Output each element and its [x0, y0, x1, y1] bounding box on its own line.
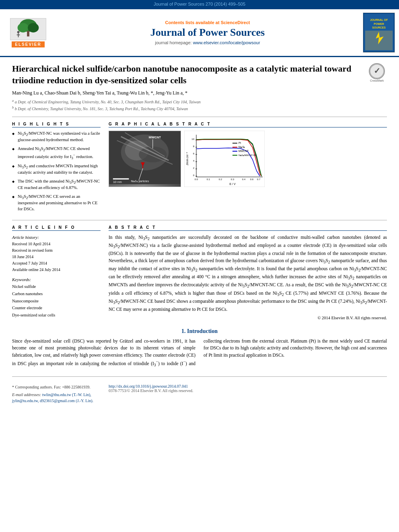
- svg-rect-62: [232, 155, 237, 156]
- email-label: E-mail addresses:: [12, 392, 41, 397]
- footer-right: http://dx.doi.org/10.1016/j.jpowsour.201…: [109, 384, 387, 393]
- svg-text:POWER: POWER: [374, 23, 384, 25]
- article-info-column: A R T I C L E I N F O Article history: R…: [12, 225, 101, 320]
- article-body: Hierarchical nickel sulfide/carbon nanot…: [0, 57, 399, 411]
- svg-point-3: [28, 23, 39, 32]
- article-title-section: Hierarchical nickel sulfide/carbon nanot…: [12, 63, 387, 86]
- abstract-column: A B S T R A C T In this study, Ni3S2 nan…: [109, 225, 387, 320]
- journal-center: Contents lists available at ScienceDirec…: [56, 20, 359, 45]
- journal-homepage: journal homepage: www.elsevier.com/locat…: [56, 40, 359, 45]
- svg-text:10: 10: [191, 138, 194, 140]
- svg-rect-56: [232, 143, 237, 144]
- article-title: Hierarchical nickel sulfide/carbon nanot…: [12, 63, 361, 86]
- svg-text:J/mA cm⁻²: J/mA cm⁻²: [186, 152, 189, 166]
- received-revised-label: Received in revised form: [12, 247, 101, 254]
- journal-cover-image: JOURNAL OF POWER SOURCES: [363, 12, 395, 53]
- svg-text:0.1: 0.1: [207, 178, 210, 181]
- introduction-heading: 1. Introduction: [12, 328, 387, 335]
- svg-point-5: [17, 31, 20, 33]
- svg-text:E / V: E / V: [229, 183, 236, 185]
- svg-text:JOURNAL OF: JOURNAL OF: [370, 18, 388, 21]
- crossmark-logo[interactable]: ✓ CrossMark: [367, 63, 387, 82]
- keywords-list: Nickel sulfide Carbon nanotubes Nanocomp…: [12, 283, 101, 319]
- svg-rect-26: [113, 178, 129, 179]
- svg-text:0.2: 0.2: [219, 178, 222, 181]
- keyword-3: Nanocomposite: [12, 298, 101, 305]
- introduction-section: 1. Introduction Since dye-sensitized sol…: [12, 328, 387, 368]
- journal-reference-text: Journal of Power Sources 270 (2014) 499–…: [154, 2, 245, 6]
- elsevier-brand-text: ELSEVIER: [12, 41, 44, 47]
- svg-rect-4: [27, 31, 29, 36]
- svg-text:10 nm: 10 nm: [113, 180, 122, 184]
- corresponding-note: * Corresponding authors. Fax: +886 22586…: [12, 384, 101, 390]
- svg-text:0.7: 0.7: [257, 178, 261, 181]
- jv-chart: J/mA cm⁻² E / V 0 2 4 6 8 10: [184, 131, 265, 187]
- svg-rect-60: [232, 151, 237, 152]
- svg-text:0.3: 0.3: [231, 178, 234, 181]
- svg-text:0.6: 0.6: [250, 178, 254, 181]
- abstract-label: A B S T R A C T: [109, 225, 387, 231]
- highlights-label: H I G H L I G H T S: [12, 122, 101, 127]
- highlight-item-4: The DSC with the annealed Ni3S2/MWCNT-NC…: [12, 179, 101, 191]
- affiliation-b: b b Dept. of Chemistry, Tunghai Universi…: [12, 105, 387, 112]
- graphical-abstract-area: 10 nm MWCNT Ni₃S₂ particles: [109, 131, 387, 187]
- issn-text: 0378-7753/© 2014 Elsevier B.V. All right…: [109, 388, 387, 393]
- crossmark-text: CrossMark: [370, 79, 384, 82]
- keyword-4: Counter electrode: [12, 304, 101, 312]
- footer-left: * Corresponding authors. Fax: +886 22586…: [12, 384, 101, 405]
- journal-homepage-link[interactable]: www.elsevier.com/locate/jpowsour: [193, 40, 260, 45]
- email-line: E-mail addresses: twlin@thu.edu.tw (T.-W…: [12, 392, 101, 404]
- introduction-text: Since dye-sensitized solar cell (DSC) wa…: [12, 338, 387, 368]
- keywords-title: Keywords:: [12, 277, 101, 282]
- svg-point-2: [18, 23, 29, 32]
- keyword-5: Dye-sensitized solar cells: [12, 312, 101, 319]
- article-history: Article history: Received 10 April 2014 …: [12, 235, 101, 273]
- header-divider: [12, 117, 387, 117]
- affiliations: a a Dept. of Chemical Engineering, Tatun…: [12, 99, 387, 112]
- graphical-abstract-label: G R A P H I C A L A B S T R A C T: [109, 122, 387, 127]
- highlight-item-3: Ni3S2 and conductive MWCNTs imparted hig…: [12, 163, 101, 176]
- keyword-1: Nickel sulfide: [12, 283, 101, 290]
- science-direct-name[interactable]: ScienceDirect: [221, 20, 250, 25]
- highlights-list: Ni3S2/MWCNT-NC was synthesized via a fac…: [12, 131, 101, 212]
- highlight-item-1: Ni3S2/MWCNT-NC was synthesized via a fac…: [12, 131, 101, 143]
- doi-link[interactable]: http://dx.doi.org/10.1016/j.jpowsour.201…: [109, 384, 387, 388]
- elsevier-logo: ELSEVIER: [4, 18, 52, 47]
- abstract-text: In this study, Ni3S2 nanoparticles are s…: [109, 234, 387, 313]
- keyword-2: Carbon nanotubes: [12, 290, 101, 298]
- info-abstract-row: A R T I C L E I N F O Article history: R…: [12, 225, 387, 320]
- authors-text: Man-Ning Lu a, Chao-Shuan Dai b, Sheng-Y…: [12, 90, 187, 96]
- svg-text:0.4: 0.4: [242, 178, 246, 181]
- journal-reference-bar: Journal of Power Sources 270 (2014) 499–…: [0, 0, 399, 8]
- received-revised-date: 18 June 2014: [12, 254, 101, 260]
- abstract-copyright: © 2014 Elsevier B.V. All rights reserved…: [109, 316, 387, 320]
- available-online-date: Available online 24 July 2014: [12, 267, 101, 273]
- accepted-date: Accepted 7 July 2014: [12, 260, 101, 267]
- footer-section: * Corresponding authors. Fax: +886 22586…: [12, 376, 387, 405]
- tem-image-inner: 10 nm MWCNT Ni₃S₂ particles: [109, 131, 181, 187]
- svg-text:✓: ✓: [374, 66, 380, 75]
- science-direct-link: Contents lists available at ScienceDirec…: [56, 20, 359, 25]
- highlight-item-5: Ni3S2/MWCNT-NC CE served as an inexpensi…: [12, 194, 101, 212]
- highlights-graphical-row: H I G H L I G H T S Ni3S2/MWCNT-NC was s…: [12, 122, 387, 215]
- elsevier-tree-image: [10, 18, 46, 40]
- svg-text:Ni₃S₂: Ni₃S₂: [239, 146, 245, 148]
- svg-text:Ni₃S₂ particles: Ni₃S₂ particles: [131, 180, 149, 183]
- journal-title: Journal of Power Sources: [56, 27, 359, 39]
- svg-text:0.0: 0.0: [195, 178, 198, 181]
- svg-text:MWCNT: MWCNT: [149, 136, 161, 139]
- tem-image: 10 nm MWCNT Ni₃S₂ particles: [109, 131, 181, 187]
- svg-text:SOURCES: SOURCES: [372, 26, 386, 29]
- authors-line: Man-Ning Lu a, Chao-Shuan Dai b, Sheng-Y…: [12, 90, 387, 96]
- crossmark-icon[interactable]: ✓: [369, 63, 385, 79]
- article-history-title: Article history:: [12, 235, 101, 240]
- journal-header: ELSEVIER Contents lists available at Sci…: [0, 8, 399, 57]
- affiliation-a: a a Dept. of Chemical Engineering, Tatun…: [12, 99, 387, 105]
- highlights-column: H I G H L I G H T S Ni3S2/MWCNT-NC was s…: [12, 122, 101, 215]
- article-info-label: A R T I C L E I N F O: [12, 225, 101, 231]
- graphical-abstract-column: G R A P H I C A L A B S T R A C T: [109, 122, 387, 215]
- keywords-section: Keywords: Nickel sulfide Carbon nanotube…: [12, 277, 101, 319]
- highlight-item-2: Annealed Ni3S2/MWCNT-NC CE showed improv…: [12, 146, 101, 160]
- svg-text:MWCNT: MWCNT: [239, 150, 249, 152]
- svg-text:Ni₃S₂/MWCNT-NC: Ni₃S₂/MWCNT-NC: [239, 154, 257, 156]
